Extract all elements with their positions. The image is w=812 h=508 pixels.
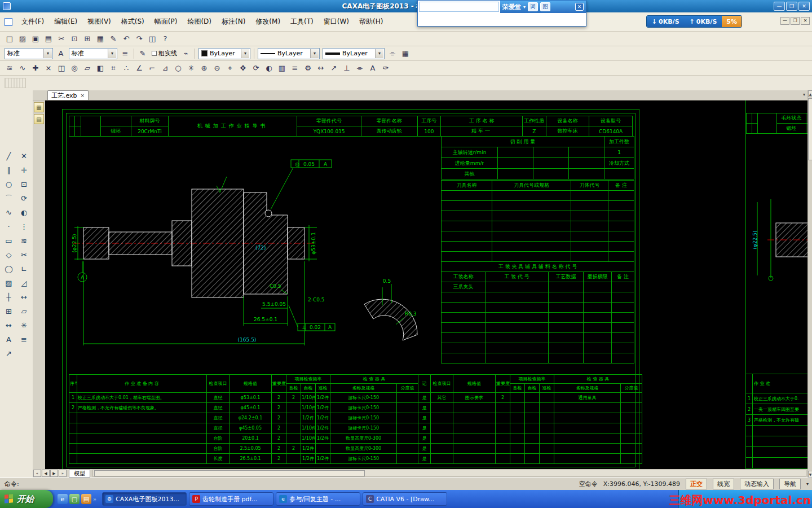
scale-icon[interactable]: ▱ bbox=[17, 304, 31, 318]
hatch-tool-icon[interactable]: ▨ bbox=[2, 276, 16, 290]
model-tab[interactable]: 模型 bbox=[69, 470, 90, 478]
task-catia[interactable]: C CATIA V6 - [Draw... bbox=[363, 492, 447, 506]
lineweight-toggle[interactable]: 线宽 bbox=[713, 479, 734, 489]
first-tab-button[interactable]: « bbox=[33, 470, 41, 477]
paste-icon[interactable]: ▦ bbox=[94, 33, 107, 45]
table-icon[interactable]: ▦ bbox=[399, 47, 412, 59]
folder-quicklaunch-icon[interactable]: ▤ bbox=[81, 494, 91, 504]
hatch-icon[interactable]: ▥ bbox=[276, 62, 288, 74]
command-prompt[interactable]: 命令: bbox=[0, 480, 19, 488]
menu-item[interactable]: 绘图(D) bbox=[183, 15, 216, 28]
vertical-scroll-thumb[interactable] bbox=[808, 98, 812, 160]
toolbar-drag-handle[interactable] bbox=[5, 78, 26, 88]
tolerance-icon[interactable]: ⌯ bbox=[354, 62, 366, 74]
block-tool-icon[interactable]: ⊞ bbox=[2, 304, 16, 318]
circle-ref-icon[interactable]: ◎ bbox=[68, 62, 81, 74]
corner-obj-icon[interactable]: ∟ bbox=[17, 262, 31, 276]
next-tab-button[interactable]: ▶ bbox=[50, 470, 58, 477]
spline-tool-icon[interactable]: ∿ bbox=[2, 205, 16, 220]
ortho-toggle[interactable]: 正交 bbox=[686, 479, 707, 489]
help-icon[interactable]: ? bbox=[159, 33, 171, 45]
circle-icon[interactable]: ○ bbox=[172, 62, 184, 74]
zoom-window-icon[interactable]: ⌖ bbox=[224, 62, 236, 74]
line-tool-icon[interactable]: ╱ bbox=[2, 149, 16, 163]
dimension-tool-icon[interactable]: ↔ bbox=[2, 318, 16, 332]
copy-with-basepoint-icon[interactable]: ⊞ bbox=[81, 33, 94, 45]
scroll-down-icon[interactable]: ▼ bbox=[808, 471, 812, 478]
block-icon[interactable]: ◫ bbox=[55, 62, 68, 74]
cut-icon[interactable]: ✂ bbox=[55, 33, 68, 45]
task-caxa[interactable]: ⚙ CAXA电子图板2013... bbox=[102, 492, 187, 506]
dots-icon[interactable]: ∴ bbox=[120, 62, 133, 74]
sheet-frame-icon[interactable]: ▦ bbox=[34, 102, 44, 112]
polygon-tool-icon[interactable]: ◇ bbox=[2, 248, 16, 262]
zoom-in-icon[interactable]: ⊕ bbox=[198, 62, 210, 74]
dynamic-input-toggle[interactable]: 动态输入 bbox=[740, 479, 774, 489]
drawing-canvas[interactable]: 材料牌号 机械加工作业指导书 零部件代号 零部件名称 工序号 工 序 名 称 工… bbox=[45, 100, 807, 469]
dict-close-button[interactable]: ✕ bbox=[575, 3, 584, 11]
edit-icon[interactable]: ✑ bbox=[379, 62, 392, 74]
mirror-icon[interactable]: ◐ bbox=[263, 62, 275, 74]
tab-overflow-icon[interactable]: ▾ bbox=[803, 92, 805, 97]
linetype-checkbox[interactable] bbox=[152, 51, 157, 56]
doc-minimize-button[interactable]: — bbox=[780, 17, 789, 25]
mirror-obj-icon[interactable]: ◐ bbox=[17, 205, 31, 220]
navigation-toggle[interactable]: 导航 bbox=[779, 479, 801, 489]
rotate-icon[interactable]: ⟳ bbox=[17, 191, 31, 205]
offset-icon[interactable]: ≋ bbox=[3, 62, 16, 74]
task-pdf[interactable]: P 齿轮制造手册 pdf... bbox=[189, 492, 273, 506]
scroll-up-icon[interactable]: ▲ bbox=[808, 90, 812, 97]
new-file-icon[interactable]: □ bbox=[3, 33, 16, 45]
maximize-button[interactable]: ❐ bbox=[786, 2, 797, 11]
menu-item[interactable]: 文件(F) bbox=[17, 15, 48, 28]
rectangle-tool-icon[interactable]: ▭ bbox=[2, 234, 16, 248]
layer-color-icon[interactable]: A bbox=[55, 47, 67, 59]
layer-manager-icon[interactable]: ≡ bbox=[119, 47, 131, 59]
leader-icon[interactable]: ↗ bbox=[328, 62, 340, 74]
pan-icon[interactable]: ✥ bbox=[237, 62, 249, 74]
open-file-icon[interactable]: ▨ bbox=[16, 33, 29, 45]
vertical-scrollbar[interactable]: ▲ ▼ bbox=[807, 90, 812, 478]
properties-icon[interactable]: ≡ bbox=[17, 332, 31, 347]
pen-icon[interactable]: ✎ bbox=[136, 47, 149, 59]
menu-item[interactable]: 编辑(E) bbox=[50, 15, 82, 28]
stretch-icon[interactable]: ↔ bbox=[17, 290, 31, 304]
tab-close-icon[interactable]: × bbox=[81, 93, 85, 98]
menu-item[interactable]: 标注(N) bbox=[217, 15, 250, 28]
undo-icon[interactable]: ↶ bbox=[120, 33, 133, 45]
linetype-settings-icon[interactable]: ⌁ bbox=[180, 47, 192, 59]
insert-object-icon[interactable]: ◫ bbox=[146, 33, 158, 45]
dict-search-input[interactable] bbox=[419, 2, 499, 12]
corner-icon[interactable]: ⌐ bbox=[146, 62, 158, 74]
triangle-icon[interactable]: ⊿ bbox=[159, 62, 171, 74]
linetype-combo[interactable]: ByLayer▾ bbox=[258, 48, 320, 59]
menu-item[interactable]: 窗口(W) bbox=[319, 15, 354, 28]
last-tab-button[interactable]: » bbox=[59, 470, 67, 477]
minimize-button[interactable]: — bbox=[774, 2, 785, 11]
menu-item[interactable]: 修改(M) bbox=[251, 15, 285, 28]
zoom-out-icon[interactable]: ⊖ bbox=[211, 62, 223, 74]
start-button[interactable]: 开始 bbox=[0, 490, 53, 508]
doc-restore-button[interactable]: ❐ bbox=[791, 17, 800, 25]
menu-item[interactable]: 帮助(H) bbox=[355, 15, 387, 28]
copy-obj-icon[interactable]: ⊡ bbox=[17, 177, 31, 191]
save-icon[interactable]: ▣ bbox=[29, 33, 42, 45]
horizontal-scrollbar[interactable] bbox=[92, 470, 806, 477]
arc-tool-icon[interactable]: ⌒ bbox=[2, 191, 16, 205]
dimension-icon[interactable]: ↔ bbox=[315, 62, 327, 74]
plus-icon[interactable]: ✚ bbox=[29, 62, 42, 74]
dict-image-button[interactable]: 图 bbox=[540, 2, 550, 11]
menu-item[interactable]: 格式(S) bbox=[117, 15, 149, 28]
datum-icon[interactable]: ⊥ bbox=[341, 62, 353, 74]
tab-process-exb[interactable]: 工艺.exb × bbox=[47, 90, 89, 100]
match-properties-icon[interactable]: ⌯ bbox=[386, 47, 399, 59]
style-combo[interactable]: 标准▾ bbox=[69, 48, 117, 59]
menu-item[interactable]: 视图(V) bbox=[83, 15, 116, 28]
wave-icon[interactable]: ∿ bbox=[16, 62, 29, 74]
menu-item[interactable]: 幅面(P) bbox=[150, 15, 182, 28]
chevron-down-icon[interactable]: ▾ bbox=[523, 5, 526, 10]
chamfer-icon[interactable]: ◿ bbox=[17, 276, 31, 290]
status-options-icon[interactable]: ▾ bbox=[806, 481, 809, 487]
circle-tool-icon[interactable]: ○ bbox=[2, 177, 16, 191]
copy-icon[interactable]: ⊡ bbox=[68, 33, 81, 45]
